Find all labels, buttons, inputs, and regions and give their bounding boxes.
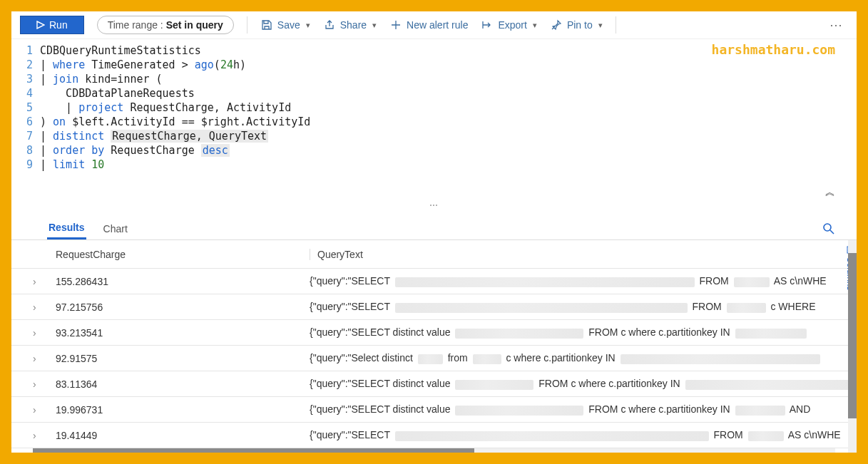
results-grid: Columns RequestCharge QueryText ›155.286… (11, 239, 857, 453)
toolbar-divider (616, 16, 616, 33)
play-icon (36, 21, 45, 29)
chevron-down-icon: ▾ (598, 21, 603, 30)
column-header-query-text[interactable]: QueryText (310, 249, 857, 260)
save-button[interactable]: Save ▾ (260, 19, 310, 31)
expand-row-icon[interactable]: › (33, 276, 53, 287)
pane-splitter[interactable]: ⋯ (11, 200, 857, 213)
expand-row-icon[interactable]: › (33, 353, 53, 364)
pin-button[interactable]: Pin to ▾ (550, 19, 603, 31)
column-header-request-charge[interactable]: RequestCharge (53, 249, 310, 260)
new-alert-button[interactable]: New alert rule (389, 19, 468, 31)
cell-query-text: {"query":"SELECT FROM c WHERE (310, 301, 857, 312)
save-label: Save (277, 19, 300, 31)
table-row[interactable]: ›155.286431{"query":"SELECT FROM AS c\nW… (11, 269, 857, 294)
table-row[interactable]: ›19.996731{"query":"SELECT distinct valu… (11, 397, 857, 423)
cell-request-charge: 155.286431 (53, 276, 310, 287)
table-row[interactable]: ›97.215756{"query":"SELECT FROM c WHERE (11, 294, 857, 320)
cell-query-text: {"query":"SELECT distinct value FROM c w… (310, 378, 857, 389)
more-options-button[interactable]: ⋯ (825, 17, 848, 33)
toolbar: Run Time range : Set in query Save ▾ Sha… (11, 11, 857, 39)
vertical-scrollbar[interactable] (848, 240, 857, 453)
expand-row-icon[interactable]: › (33, 301, 53, 313)
line-gutter: 123456789 (11, 43, 40, 172)
watermark: harshmatharu.com (712, 42, 835, 57)
table-row[interactable]: ›92.91575{"query":"Select distinct from … (11, 346, 857, 371)
new-alert-label: New alert rule (407, 19, 468, 31)
svg-point-0 (824, 224, 831, 231)
pin-icon (550, 19, 563, 31)
chevron-down-icon: ▾ (533, 21, 537, 30)
export-button[interactable]: Export ▾ (481, 19, 536, 31)
horizontal-scrollbar[interactable] (33, 448, 835, 453)
chevron-down-icon: ▾ (372, 21, 377, 30)
table-row[interactable]: ›19.41449{"query":"SELECT FROM AS c\nWHE (11, 423, 857, 448)
cell-request-charge: 97.215756 (53, 301, 310, 313)
tab-chart[interactable]: Chart (102, 219, 129, 239)
cell-request-charge: 19.996731 (53, 404, 310, 416)
toolbar-divider (247, 16, 247, 33)
expand-row-icon[interactable]: › (33, 430, 53, 441)
cell-query-text: {"query":"SELECT distinct value FROM c w… (310, 403, 857, 415)
search-icon[interactable] (822, 222, 835, 235)
export-label: Export (498, 19, 526, 31)
cell-request-charge: 93.213541 (53, 327, 310, 339)
expand-row-icon[interactable]: › (33, 404, 53, 416)
grid-header: RequestCharge QueryText (11, 240, 857, 269)
cell-request-charge: 83.11364 (53, 378, 310, 390)
cell-query-text: {"query":"Select distinct from c where c… (310, 352, 857, 364)
plus-icon (389, 19, 402, 31)
time-range-prefix: Time range : (108, 19, 166, 31)
save-icon (260, 19, 273, 31)
share-button[interactable]: Share ▾ (323, 19, 377, 31)
tab-results[interactable]: Results (47, 217, 86, 239)
cell-request-charge: 19.41449 (53, 430, 310, 441)
table-row[interactable]: ›93.213541{"query":"SELECT distinct valu… (11, 320, 857, 346)
expand-row-icon[interactable]: › (33, 327, 53, 339)
expand-row-icon[interactable]: › (33, 378, 53, 390)
time-range-selector[interactable]: Time range : Set in query (97, 16, 234, 34)
query-editor[interactable]: harshmatharu.com 123456789 CDBQueryRunti… (11, 39, 857, 185)
code-content[interactable]: CDBQueryRuntimeStatistics| where TimeGen… (40, 43, 857, 172)
time-range-value: Set in query (166, 19, 223, 31)
run-label: Run (49, 19, 68, 31)
cell-query-text: {"query":"SELECT FROM AS c\nWHE (310, 275, 857, 287)
cell-query-text: {"query":"SELECT distinct value FROM c w… (310, 326, 857, 338)
cell-query-text: {"query":"SELECT FROM AS c\nWHE (310, 429, 857, 440)
table-row[interactable]: ›83.11364{"query":"SELECT distinct value… (11, 371, 857, 397)
collapse-editor-button[interactable]: ︽ (11, 185, 857, 200)
results-tabs: Results Chart (11, 213, 857, 239)
export-icon (481, 19, 494, 31)
cell-request-charge: 92.91575 (53, 353, 310, 364)
pin-label: Pin to (567, 19, 593, 31)
chevron-down-icon: ▾ (306, 21, 310, 30)
share-icon (323, 19, 336, 31)
share-label: Share (340, 19, 367, 31)
run-button[interactable]: Run (20, 16, 84, 34)
